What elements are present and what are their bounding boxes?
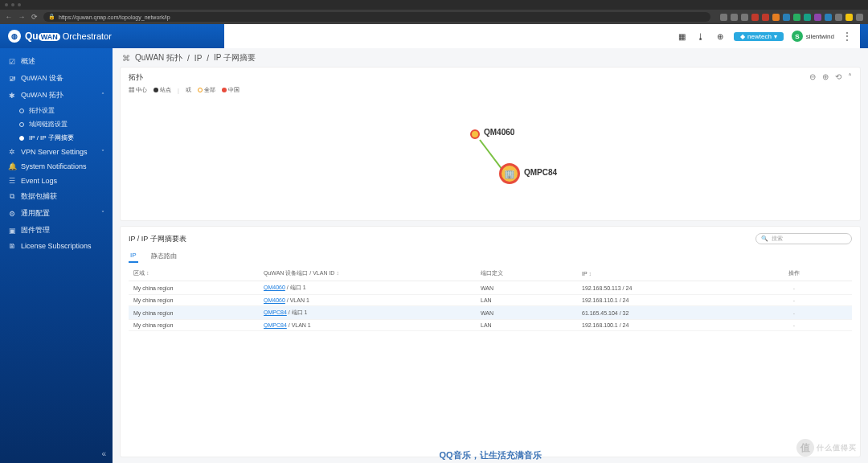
ext-icon[interactable]: [835, 14, 842, 21]
table-title: IP / IP 子网摘要表: [129, 234, 186, 244]
device-link[interactable]: QMPC84: [264, 322, 287, 328]
col-device[interactable]: QuWAN 设备端口 / VLAN ID: [264, 270, 334, 276]
topology-node-large[interactable]: 🏢: [499, 163, 520, 184]
apps-icon[interactable]: ▦: [676, 31, 687, 42]
nav-back-icon[interactable]: ←: [5, 13, 13, 21]
cell-portdef: WAN: [476, 281, 577, 295]
sidebar-item-overview[interactable]: ☑概述: [0, 53, 113, 70]
sidebar-sub-ip-summary[interactable]: IP / IP 子网摘要: [0, 131, 113, 145]
sidebar-item-vpn[interactable]: ✲VPN Server Settings˅: [0, 145, 113, 159]
search-input[interactable]: 🔍 搜索: [755, 233, 852, 244]
url-text: https://quwan.qnap.com/topology_network/…: [59, 14, 170, 20]
cell-device: QM4060 / 端口 1: [259, 281, 476, 295]
extension-icons: [720, 14, 863, 21]
cell-action: -: [736, 295, 852, 306]
gear-icon: ⚙: [8, 210, 16, 218]
zoom-out-icon[interactable]: ⊖: [809, 72, 816, 81]
ext-icon[interactable]: [814, 14, 821, 21]
nav-forward-icon[interactable]: →: [18, 13, 26, 21]
table-row[interactable]: My china regionQMPC84 / VLAN 1LAN192.168…: [129, 320, 852, 331]
search-placeholder: 搜索: [772, 235, 783, 243]
ext-icon[interactable]: [731, 14, 738, 21]
cell-ip: 61.165.45.104 / 32: [577, 306, 736, 320]
ext-icon[interactable]: [856, 14, 863, 21]
sidebar-item-notifications[interactable]: 🔔System Notifications: [0, 159, 113, 174]
legend-center: ▦ 中心: [129, 86, 147, 94]
sidebar-item-eventlogs[interactable]: ☰Event Logs: [0, 174, 113, 188]
sidebar-item-label: QuWAN 拓扑: [21, 90, 63, 100]
ext-icon[interactable]: [751, 14, 759, 21]
zoom-in-icon[interactable]: ⊕: [822, 72, 829, 81]
ext-icon[interactable]: [720, 14, 727, 21]
sidebar-item-devices[interactable]: 🖳QuWAN 设备: [0, 70, 113, 87]
ext-icon[interactable]: [762, 14, 769, 21]
ext-icon[interactable]: [741, 14, 748, 21]
nav-reload-icon[interactable]: ⟳: [31, 13, 39, 21]
sidebar-item-label: Event Logs: [21, 177, 57, 185]
cell-action: -: [736, 306, 852, 320]
more-icon[interactable]: ⋮: [842, 31, 852, 42]
breadcrumb-root[interactable]: QuWAN 拓扑: [135, 52, 182, 64]
tab-static-route[interactable]: 静态路由: [149, 249, 178, 263]
download-icon[interactable]: ⭳: [695, 31, 706, 42]
chevron-down-icon: ˅: [101, 149, 104, 156]
sidebar-item-license[interactable]: 🗎License Subscriptions: [0, 239, 113, 253]
table-row[interactable]: My china regionQMPC84 / 端口 1WAN61.165.45…: [129, 306, 852, 320]
lock-icon: 🔒: [48, 14, 55, 20]
sidebar-item-capture[interactable]: ⧉数据包捕获: [0, 188, 113, 205]
ext-icon[interactable]: [825, 14, 832, 21]
sitemap-icon: ⌘: [122, 54, 130, 63]
chevron-up-icon: ˄: [101, 92, 104, 99]
ext-icon[interactable]: [804, 14, 811, 21]
bell-icon: 🔔: [8, 162, 16, 170]
expand-icon[interactable]: ˄: [848, 72, 852, 81]
cell-device: QM4060 / VLAN 1: [259, 295, 476, 306]
vpn-icon: ✲: [8, 148, 16, 156]
topology-canvas[interactable]: QM4060 🏢 QMPC84: [121, 97, 860, 218]
node-label-small: QM4060: [484, 128, 514, 137]
cell-region: My china region: [129, 306, 259, 320]
legend-site: 站点: [154, 86, 171, 94]
watermark: 值 什么值得买: [796, 439, 857, 457]
user-menu[interactable]: S silentwind: [792, 31, 834, 42]
device-link[interactable]: QMPC84: [264, 309, 287, 315]
globe2-icon[interactable]: ⊕: [714, 31, 726, 42]
sidebar-item-label: 通用配置: [21, 208, 50, 219]
ext-icon[interactable]: [772, 14, 780, 21]
ext-icon[interactable]: [783, 14, 790, 21]
sidebar-sub-topo-settings[interactable]: 拓扑设置: [0, 104, 113, 117]
cell-device: QMPC84 / 端口 1: [259, 306, 476, 320]
table-row[interactable]: My china regionQM4060 / VLAN 1LAN192.168…: [129, 295, 852, 306]
sidebar-item-config[interactable]: ⚙通用配置˅: [0, 205, 113, 222]
brand-logo[interactable]: ◍ QuWAN Orchestrator: [8, 30, 112, 43]
breadcrumb-mid[interactable]: IP: [194, 54, 202, 63]
license-icon: 🗎: [8, 242, 16, 250]
topology-node-small[interactable]: [470, 129, 480, 139]
sidebar-sub-link-settings[interactable]: 域间链路设置: [0, 117, 113, 131]
col-portdef[interactable]: 端口定义: [481, 270, 503, 276]
refresh-icon[interactable]: ⟲: [835, 72, 841, 81]
cell-region: My china region: [129, 281, 259, 295]
col-region[interactable]: 区域: [133, 270, 145, 276]
ext-icon[interactable]: [845, 14, 853, 21]
cell-action: -: [736, 281, 852, 295]
address-bar[interactable]: 🔒 https://quwan.qnap.com/topology_networ…: [43, 12, 710, 22]
chevron-down-icon: ˅: [101, 210, 104, 217]
ext-icon[interactable]: [793, 14, 800, 21]
collapse-sidebar-icon[interactable]: «: [101, 449, 106, 458]
sidebar-item-firmware[interactable]: ▣固件管理: [0, 222, 113, 239]
device-link[interactable]: QM4060: [264, 285, 285, 290]
sidebar-item-label: VPN Server Settings: [21, 148, 88, 156]
sidebar-item-topology[interactable]: ✱QuWAN 拓扑˄: [0, 87, 113, 104]
table-row[interactable]: My china regionQM4060 / 端口 1WAN192.168.5…: [129, 281, 852, 295]
sidebar-item-label: System Notifications: [21, 162, 87, 170]
col-ip[interactable]: IP: [582, 271, 588, 277]
sidebar: ☑概述 🖳QuWAN 设备 ✱QuWAN 拓扑˄ 拓扑设置 域间链路设置 IP …: [0, 48, 113, 463]
sidebar-item-label: License Subscriptions: [21, 242, 92, 250]
watermark-badge: 值: [796, 439, 814, 457]
org-chip[interactable]: ◆ newtech ▾: [734, 32, 784, 41]
topology-panel: 拓扑 ▦ 中心 站点 | 或 全部 中国 ⊖ ⊕ ⟲ ˄ QM4060 🏢 QM…: [121, 68, 860, 220]
device-link[interactable]: QM4060: [264, 297, 285, 303]
topology-title: 拓扑: [121, 68, 860, 84]
tab-ip[interactable]: IP: [129, 249, 138, 263]
